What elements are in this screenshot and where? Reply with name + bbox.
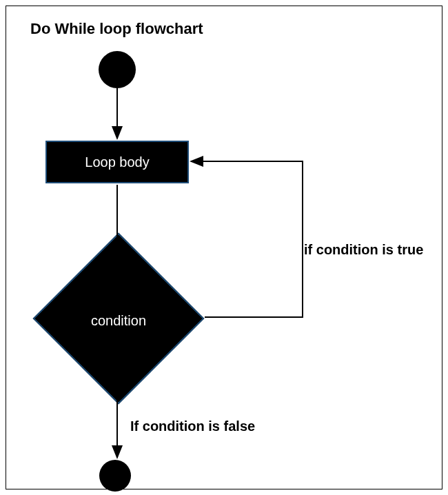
start-node <box>99 51 136 88</box>
arrow-feedback-loop <box>191 161 303 317</box>
loop-body-node: Loop body <box>45 141 189 183</box>
false-branch-label: If condition is false <box>130 418 255 434</box>
loop-body-label: Loop body <box>85 154 149 170</box>
true-branch-label: if condition is true <box>304 242 423 258</box>
diagram-title: Do While loop flowchart <box>30 20 203 38</box>
end-node <box>99 460 131 492</box>
condition-label: condition <box>58 313 179 329</box>
diagram-frame: Do While loop flowchart Loop body condit… <box>6 6 442 489</box>
